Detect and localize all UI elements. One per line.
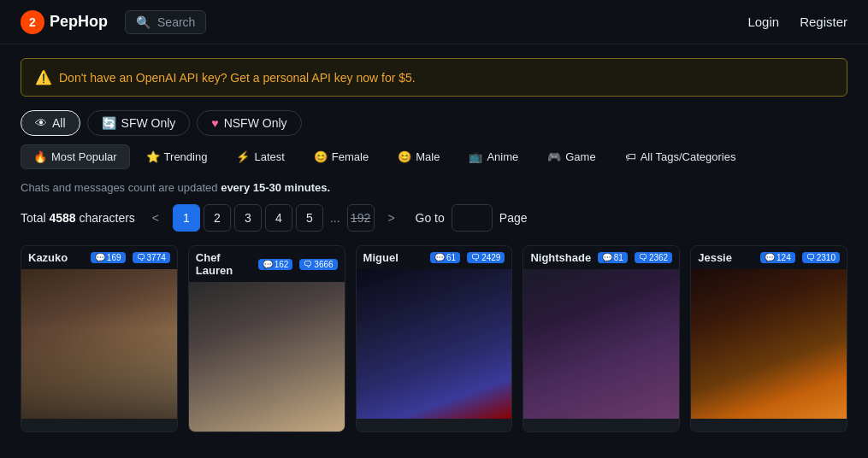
card-stats: 💬 162 🗨 3666 xyxy=(258,259,338,270)
goto-input[interactable] xyxy=(452,204,493,232)
cat-anime-button[interactable]: 📺 Anime xyxy=(456,144,531,169)
content-filter-row: 👁 All 🔄 SFW Only ♥ NSFW Only xyxy=(21,110,847,136)
character-grid: Kazuko 💬 169 🗨 3774 Chef Lauren xyxy=(21,245,847,432)
cat-trending-button[interactable]: ⭐ Trending xyxy=(133,144,221,169)
page-text-label: Page xyxy=(499,211,528,225)
message-icon: 🗨 xyxy=(639,253,647,262)
chat-stat: 💬 124 xyxy=(760,252,795,263)
male-icon: 😊 xyxy=(398,150,411,163)
character-card-chef-lauren[interactable]: Chef Lauren 💬 162 🗨 3666 xyxy=(188,245,345,432)
total-suffix: characters xyxy=(76,211,135,225)
page-last-button[interactable]: 192 xyxy=(347,204,375,232)
total-label: Total 4588 characters xyxy=(21,211,135,225)
logo[interactable]: 2 PepHop xyxy=(21,10,108,34)
card-image xyxy=(523,269,679,419)
chat-icon: 💬 xyxy=(95,253,105,262)
message-icon: 🗨 xyxy=(806,253,815,262)
anime-icon: 📺 xyxy=(469,150,482,163)
page-4-button[interactable]: 4 xyxy=(265,204,292,232)
game-icon: 🎮 xyxy=(547,150,561,163)
cat-female-label: Female xyxy=(332,150,369,163)
card-stats: 💬 124 🗨 2310 xyxy=(760,252,840,263)
message-count: 2429 xyxy=(481,253,500,262)
main-content: ⚠️ Don't have an OpenAI API key? Get a p… xyxy=(0,44,868,446)
card-image xyxy=(357,269,512,419)
page-3-button[interactable]: 3 xyxy=(234,204,262,232)
cat-trending-label: Trending xyxy=(164,150,208,163)
chat-count: 124 xyxy=(776,253,791,262)
page-dots: ... xyxy=(327,211,344,225)
card-name: Kazuko xyxy=(28,251,68,264)
message-count: 2310 xyxy=(817,253,836,262)
message-count: 3666 xyxy=(314,260,333,269)
chat-icon: 💬 xyxy=(765,253,775,262)
filter-sfw-button[interactable]: 🔄 SFW Only xyxy=(87,110,191,136)
cat-latest-button[interactable]: ⚡ Latest xyxy=(223,144,297,169)
cat-game-label: Game xyxy=(565,150,595,163)
chat-icon: 💬 xyxy=(263,260,273,269)
message-count: 3774 xyxy=(147,253,166,262)
card-stats: 💬 61 🗨 2429 xyxy=(430,252,505,263)
info-highlight: every 15-30 minutes. xyxy=(221,181,330,194)
info-prefix: Chats and messages count are updated xyxy=(21,181,221,194)
card-header: Nightshade 💬 81 🗨 2362 xyxy=(523,246,679,269)
card-name: Nightshade xyxy=(530,251,591,264)
message-stat: 🗨 2310 xyxy=(802,252,840,263)
logo-icon: 2 xyxy=(21,10,44,34)
card-header: Miguel 💬 61 🗨 2429 xyxy=(357,246,512,269)
filter-all-button[interactable]: 👁 All xyxy=(21,110,80,136)
character-card-nightshade[interactable]: Nightshade 💬 81 🗨 2362 xyxy=(523,245,680,432)
cat-popular-button[interactable]: 🔥 Most Popular xyxy=(21,144,130,169)
search-bar[interactable]: 🔍 Search xyxy=(125,10,206,34)
update-info: Chats and messages count are updated eve… xyxy=(21,181,847,194)
header-nav: Login Register xyxy=(747,15,847,29)
female-icon: 😊 xyxy=(314,150,328,163)
login-link[interactable]: Login xyxy=(747,15,779,29)
character-card-miguel[interactable]: Miguel 💬 61 🗨 2429 xyxy=(356,245,513,432)
eye-icon: 👁 xyxy=(35,116,47,130)
character-card-jessie[interactable]: Jessie 💬 124 🗨 2310 xyxy=(690,245,847,432)
cat-tags-button[interactable]: 🏷 All Tags/Categories xyxy=(612,144,749,169)
tag-icon: 🏷 xyxy=(625,150,636,163)
cat-popular-label: Most Popular xyxy=(51,150,117,163)
message-icon: 🗨 xyxy=(137,253,145,262)
pagination: Total 4588 characters < 1 2 3 4 5 ... 19… xyxy=(21,204,847,232)
total-count: 4588 xyxy=(49,211,75,225)
lightning-icon: ⚡ xyxy=(236,150,250,163)
message-stat: 🗨 3774 xyxy=(133,252,170,263)
card-image xyxy=(691,269,847,419)
message-icon: 🗨 xyxy=(304,260,312,269)
filter-all-label: All xyxy=(52,116,66,130)
chat-stat: 💬 162 xyxy=(258,259,293,270)
sfw-icon: 🔄 xyxy=(102,116,116,130)
cat-tags-label: All Tags/Categories xyxy=(641,150,736,163)
message-stat: 🗨 3666 xyxy=(299,259,337,270)
page-2-button[interactable]: 2 xyxy=(204,204,231,232)
page-5-button[interactable]: 5 xyxy=(296,204,323,232)
character-card-kazuko[interactable]: Kazuko 💬 169 🗨 3774 xyxy=(21,245,178,432)
filter-sfw-label: SFW Only xyxy=(121,116,176,130)
card-header: Chef Lauren 💬 162 🗨 3666 xyxy=(189,246,345,282)
filter-nsfw-button[interactable]: ♥ NSFW Only xyxy=(197,110,301,136)
chat-count: 61 xyxy=(446,253,456,262)
cat-anime-label: Anime xyxy=(487,150,518,163)
banner-link[interactable]: Don't have an OpenAI API key? Get a pers… xyxy=(59,71,416,85)
register-link[interactable]: Register xyxy=(800,15,847,29)
cat-game-button[interactable]: 🎮 Game xyxy=(534,144,608,169)
page-1-button[interactable]: 1 xyxy=(173,204,200,232)
cat-female-button[interactable]: 😊 Female xyxy=(301,144,381,169)
page-prev-button[interactable]: < xyxy=(142,204,169,232)
chat-stat: 💬 61 xyxy=(430,252,460,263)
message-stat: 🗨 2429 xyxy=(467,252,505,263)
card-stats: 💬 169 🗨 3774 xyxy=(91,252,170,263)
api-key-banner: ⚠️ Don't have an OpenAI API key? Get a p… xyxy=(21,58,847,97)
chat-count: 81 xyxy=(614,253,623,262)
cat-male-label: Male xyxy=(416,150,440,163)
page-next-button[interactable]: > xyxy=(378,204,405,232)
card-header: Kazuko 💬 169 🗨 3774 xyxy=(21,246,177,269)
chat-count: 169 xyxy=(107,253,121,262)
card-name: Chef Lauren xyxy=(196,251,258,277)
cat-male-button[interactable]: 😊 Male xyxy=(385,144,452,169)
chat-icon: 💬 xyxy=(602,253,612,262)
card-image xyxy=(189,282,345,432)
